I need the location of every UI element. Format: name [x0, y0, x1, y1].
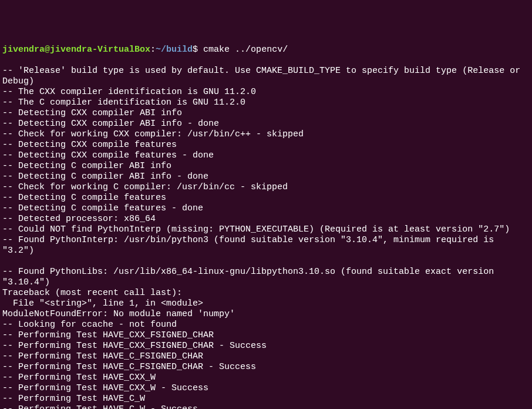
terminal-output-line: -- Performing Test HAVE_C_FSIGNED_CHAR -…	[2, 362, 530, 373]
terminal-output-line: ModuleNotFoundError: No module named 'nu…	[2, 309, 530, 320]
terminal-output-line: -- Found PythonLibs: /usr/lib/x86_64-lin…	[2, 267, 530, 288]
terminal-output-line: -- Detecting CXX compile features	[2, 140, 530, 150]
terminal-output-line: Traceback (most recent call last):	[2, 288, 530, 299]
terminal-output-line: -- Detecting C compile features	[2, 193, 530, 203]
terminal-output-line: -- Could NOT find PythonInterp (missing:…	[2, 224, 530, 235]
prompt-dollar: $	[193, 45, 198, 55]
terminal-output-area[interactable]: -- 'Release' build type is used by defau…	[2, 66, 530, 409]
terminal-output-line: -- Detected processor: x86_64	[2, 214, 530, 224]
terminal-output-line: -- Detecting CXX compiler ABI info	[2, 108, 530, 119]
terminal-output-line: -- Performing Test HAVE_CXX_W - Success	[2, 383, 530, 394]
terminal-output-line: -- Performing Test HAVE_CXX_FSIGNED_CHAR…	[2, 341, 530, 351]
terminal-output-line: -- Detecting C compiler ABI info - done	[2, 172, 530, 182]
terminal-output-line: -- Looking for ccache - not found	[2, 320, 530, 330]
terminal-output-line	[2, 256, 530, 267]
prompt-path: ~/build	[156, 45, 193, 55]
terminal-output-line: -- 'Release' build type is used by defau…	[2, 66, 530, 87]
terminal-output-line: -- Performing Test HAVE_C_W	[2, 394, 530, 404]
prompt-user-host: jivendra@jivendra-VirtualBox	[2, 45, 150, 55]
terminal-output-line: -- Detecting CXX compiler ABI info - don…	[2, 119, 530, 129]
terminal-output-line: -- The C compiler identification is GNU …	[2, 98, 530, 108]
terminal-output-line: -- Detecting CXX compile features - done	[2, 150, 530, 161]
terminal-command[interactable]: cmake ../opencv/	[203, 45, 288, 55]
terminal-output-line: -- Performing Test HAVE_CXX_FSIGNED_CHAR	[2, 330, 530, 341]
terminal-output-line: -- Found PythonInterp: /usr/bin/python3 …	[2, 235, 530, 256]
terminal-output-line: -- Performing Test HAVE_CXX_W	[2, 373, 530, 383]
terminal-output-line: -- Performing Test HAVE_C_FSIGNED_CHAR	[2, 351, 530, 362]
terminal-output-line: -- The CXX compiler identification is GN…	[2, 87, 530, 98]
terminal-output-line: -- Performing Test HAVE_C_W - Success	[2, 404, 530, 409]
terminal-output-line: File "<string>", line 1, in <module>	[2, 299, 530, 309]
terminal-output-line: -- Detecting C compile features - done	[2, 203, 530, 214]
terminal-output-line: -- Check for working C compiler: /usr/bi…	[2, 182, 530, 193]
prompt-colon: :	[150, 45, 156, 55]
prompt-space	[198, 45, 203, 55]
terminal-output-line: -- Check for working CXX compiler: /usr/…	[2, 129, 530, 140]
terminal-output-line: -- Detecting C compiler ABI info	[2, 161, 530, 172]
terminal-prompt-line: jivendra@jivendra-VirtualBox:~/build$ cm…	[2, 45, 530, 55]
